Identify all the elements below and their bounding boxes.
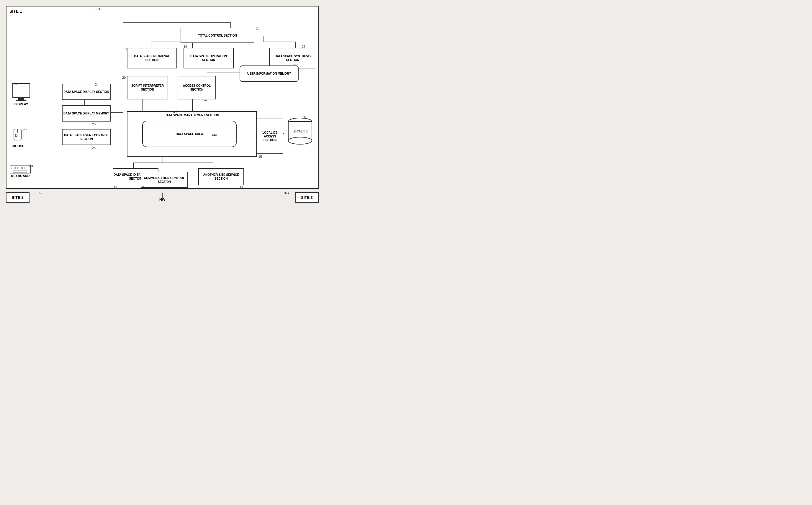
ref-13: 13 [114,186,117,189]
site3-box: SITE 3 [295,192,319,203]
ref-26: 26 [92,123,96,126]
site2-container: SITE 2 ⌐10-2 [6,192,29,203]
data-space-management-box: DATA SPACE MANAGEMENT SECTION DATA SPACE… [127,111,257,157]
ref-14a: 14a [211,133,217,137]
user-information-memory-box: USER INFORMATION MEMORY [239,65,299,82]
ref-12: 12 [239,186,243,189]
ref-22: 22 [302,45,305,48]
ref-24a: 24a [12,82,17,86]
data-space-retrieval-box: DATA SPACE RETRIEVAL SECTION [127,48,177,68]
nw-line [162,193,163,198]
data-space-area-box: DATA SPACE AREA [142,121,236,147]
ref-21: 21 [204,100,208,103]
svg-rect-31 [15,134,17,137]
site1-label: SITE 1 [9,9,22,14]
site3-container: 10-3⌐ SITE 3 [295,192,319,203]
ref-25a: -25a [27,164,33,168]
ref-10-1: ⌐10-1 [92,7,100,11]
access-control-box: ACCESS CONTROL SECTION [178,76,216,100]
ref-17: 17 [294,63,298,67]
bottom-row: SITE 2 ⌐10-2 NW 10-3⌐ SITE 3 [6,192,319,203]
site2-box: SITE 2 [6,192,29,203]
nw-center: NW [29,193,295,202]
ref-11: 11 [141,186,145,189]
data-space-event-control-box: DATA SPACE EVENT CONTROL SECTION [62,129,111,145]
mouse-device: MOUSE [12,129,24,148]
script-interpreter-box: SCRIPT INTERPRETER SECTION [127,76,168,100]
svg-point-26 [288,137,312,144]
ref-10-3: 10-3⌐ [282,191,290,195]
ref-23: 23 [256,26,259,30]
local-db-access-box: LOCAL DB ACCESS SECTION [257,119,283,154]
ref-18: 18 [123,47,127,51]
ref-25b: 25b [22,128,27,132]
ref-20: 20 [122,76,126,79]
ref-14: 14 [173,110,177,113]
ref-15: -15 [257,155,262,158]
site1-container: SITE 1 ⌐10-1 [6,6,319,189]
ref-24: 24 [95,82,99,86]
communication-control-box: COMMUNICATION CONTROL SECTION [141,172,188,188]
data-space-operation-box: DATA SPACE OPERATION SECTION [183,48,234,68]
svg-text:LOCAL DB: LOCAL DB [292,130,307,133]
ref-25: 25 [92,146,96,150]
total-control-section-box: TOTAL CONTROL SECTION [181,28,254,43]
ref-19: 19 [183,45,187,48]
display-device: DISPLAY [12,83,30,106]
local-db-cylinder: LOCAL DB [287,117,313,147]
ref-16: 16 [302,116,306,119]
data-space-display-box: DATA SPACE DISPLAY SECTION [62,84,111,100]
data-space-display-memory-box: DATA SPACE DISPLAY MEMORY [62,105,111,122]
another-site-service-box: ANOTHER-SITE SERVICE SECTION [198,168,244,185]
